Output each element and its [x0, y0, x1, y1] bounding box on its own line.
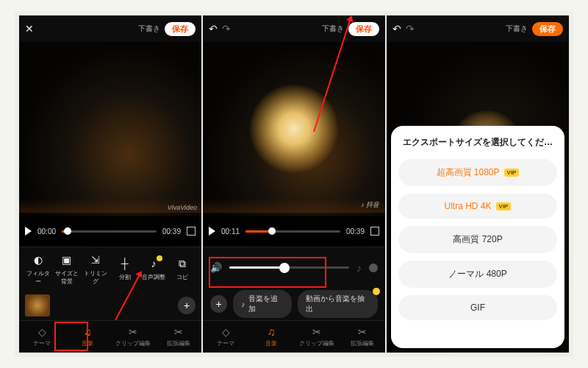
close-icon[interactable] [25, 23, 34, 35]
undo-icon[interactable] [392, 23, 401, 35]
video-preview[interactable]: ♪ 抖音 00:11 00:39 [203, 42, 385, 247]
fullscreen-icon[interactable] [187, 227, 196, 236]
tool-trim[interactable]: ⇲トリミング [82, 253, 110, 286]
draft-label[interactable]: 下書き [138, 24, 160, 34]
nav-music[interactable]: ♫音楽 [248, 326, 294, 347]
nav-music[interactable]: ♫音楽 [65, 326, 110, 347]
tool-row: ◐フィルター ▣サイズと背景 ⇲トリミング ┼分割 ♪音声調整 ⧉コピ [19, 247, 201, 291]
draft-label[interactable]: 下書き [322, 24, 344, 34]
save-button[interactable]: 保存 [165, 22, 196, 36]
vip-badge: VIP [496, 202, 512, 210]
three-phone-layout: 下書き 保存 VivaVideo 00:00 00:39 ◐フィルター ▣サイズ… [15, 11, 573, 357]
export-size-sheet: エクスポートサイズを選択してくだ… 超高画質 1080P VIP Ultra H… [391, 126, 564, 348]
topbar: 下書き 保存 [203, 15, 385, 42]
horizon-glow [203, 198, 385, 213]
phone-screen-2: 下書き 保存 ♪ 抖音 00:11 00:39 🔊 [203, 15, 385, 353]
tool-audio[interactable]: ♪音声調整 [139, 257, 168, 281]
tool-size[interactable]: ▣サイズと背景 [52, 253, 81, 286]
music-actions-row: + ♪音楽を追加 動画から音楽を抽出 [203, 288, 385, 320]
add-button[interactable]: + [210, 295, 227, 313]
topbar: 下書き 保存 [387, 15, 569, 42]
progress-track[interactable] [245, 230, 340, 233]
export-4k[interactable]: Ultra HD 4K VIP [398, 194, 557, 219]
volume-row: 🔊 ♪ [203, 247, 385, 288]
progress-track[interactable] [62, 230, 157, 233]
playback-bar: 00:11 00:39 [203, 216, 385, 247]
tool-more[interactable]: ⧉コピ [168, 257, 197, 281]
topbar: 下書き 保存 [19, 15, 201, 42]
nav-theme[interactable]: ◇テーマ [203, 326, 248, 347]
phone-screen-3: 下書き 保存 エクスポートサイズを選択してくだ… 超高画質 1080P VIP … [387, 15, 569, 353]
clip-thumb-strip: + [19, 291, 201, 320]
fullscreen-icon[interactable] [370, 227, 379, 236]
bottom-nav: ◇テーマ ♫音楽 ✂クリップ編集 ✂拡張編集 [203, 320, 385, 353]
play-icon[interactable] [209, 227, 215, 236]
video-preview[interactable]: VivaVideo 00:00 00:39 [19, 42, 201, 247]
phone-screen-1: 下書き 保存 VivaVideo 00:00 00:39 ◐フィルター ▣サイズ… [19, 15, 201, 353]
time-current: 00:00 [37, 227, 56, 236]
nav-cut[interactable]: ✂クリップ編集 [110, 326, 156, 347]
watermark-text: VivaVideo [168, 204, 197, 211]
play-icon[interactable] [25, 227, 32, 236]
export-480p[interactable]: ノーマル 480P [398, 261, 557, 288]
time-current: 00:11 [221, 227, 240, 236]
export-1080p[interactable]: 超高画質 1080P VIP [398, 159, 557, 186]
redo-icon[interactable] [406, 23, 415, 35]
time-total: 00:39 [346, 227, 365, 236]
playback-bar: 00:00 00:39 [19, 216, 201, 247]
music-volume-knob-disabled [369, 263, 378, 272]
add-clip-button[interactable]: + [178, 297, 196, 314]
draft-label[interactable]: 下書き [506, 24, 528, 34]
clip-thumb[interactable] [25, 294, 50, 316]
nav-cut[interactable]: ✂クリップ編集 [294, 326, 340, 347]
undo-icon[interactable] [209, 23, 218, 35]
vip-badge: VIP [504, 169, 520, 177]
volume-slider[interactable] [229, 266, 349, 269]
sheet-title: エクスポートサイズを選択してくだ… [398, 136, 557, 149]
time-total: 00:39 [162, 227, 181, 236]
speaker-icon[interactable]: 🔊 [210, 262, 222, 273]
nav-extra[interactable]: ✂拡張編集 [340, 326, 385, 347]
add-music-pill[interactable]: ♪音楽を追加 [233, 290, 292, 318]
nav-extra[interactable]: ✂拡張編集 [156, 326, 201, 347]
extract-music-pill[interactable]: 動画から音楽を抽出 [298, 290, 378, 318]
tool-split[interactable]: ┼分割 [110, 257, 139, 281]
save-button[interactable]: 保存 [348, 22, 379, 36]
bottom-nav: ◇テーマ ♫音楽 ✂クリップ編集 ✂拡張編集 [19, 320, 201, 353]
tool-filter[interactable]: ◐フィルター [24, 253, 52, 286]
redo-icon[interactable] [222, 23, 231, 35]
tiktok-watermark: ♪ 抖音 [361, 200, 379, 210]
export-gif[interactable]: GIF [398, 295, 557, 320]
music-note-icon-disabled: ♪ [356, 262, 362, 274]
nav-theme[interactable]: ◇テーマ [19, 326, 65, 347]
export-720p[interactable]: 高画質 720P [398, 226, 557, 253]
save-button-active[interactable]: 保存 [532, 22, 563, 36]
